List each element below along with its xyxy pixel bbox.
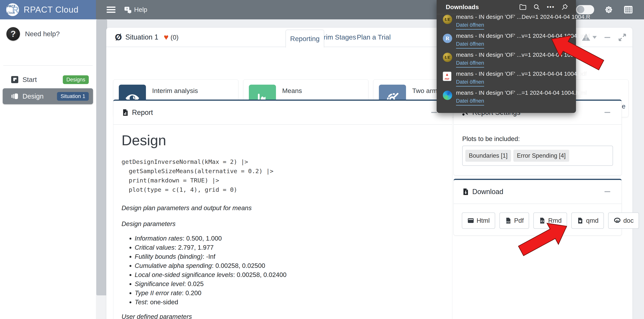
download-panel-title: Download [472,188,503,196]
need-help-label: Need help? [25,30,60,38]
tab-label: Reporting [290,35,320,43]
r-file-icon: R [443,34,452,43]
edge-browser-icon [443,91,452,100]
sidebar-item-design[interactable]: Design Situation 1 [3,88,93,104]
plots-chip-input[interactable]: Boundaries [1] Error Spending [4] [462,146,613,166]
help-button[interactable]: ? Help [124,6,147,13]
code-line: getSampleSizeMeans(alternative = 0.2) |> [122,166,444,176]
parameter-item: Cumulative alpha spending: 0.00258, 0.02… [135,263,444,269]
help-bubbles-icon: ? [124,6,132,13]
sidebar-divider [3,65,93,66]
html-window-icon [467,217,474,224]
sidebar-item-start[interactable]: Start Designs [3,72,93,87]
hamburger-menu-icon[interactable] [106,5,116,14]
chip-boundaries[interactable]: Boundaries [1] [465,150,511,162]
brand-title: RPACT Cloud [24,5,78,14]
download-html-button[interactable]: Html [462,213,495,229]
code-line: print(markdown = TRUE) |> [122,176,444,185]
sidebar: ? Need help? Start Designs Design Situat… [0,19,96,319]
sidebar-item-label: Design [22,92,44,100]
open-file-link[interactable]: Datei öffnen [456,79,484,87]
scrollbar-thumb[interactable] [96,19,107,295]
parameter-item: Information rates: 0.500, 1.000 [135,235,444,242]
collapse-settings-button[interactable] [604,112,610,113]
situation-title: Ø Situation 1 ♥ (0) [115,32,178,42]
ultraedit-icon: UE [443,53,452,62]
parameter-item: Local one-sided significance levels: 0.0… [135,272,444,278]
favorite-count: (0) [170,33,179,41]
open-file-link[interactable]: Datei öffnen [456,60,484,68]
favorite-heart-icon[interactable]: ♥ [164,32,168,42]
open-file-link[interactable]: Datei öffnen [456,22,484,30]
svg-text:?: ? [126,7,128,10]
parameter-item: Futility bounds (binding): -Inf [135,254,444,260]
open-file-link[interactable]: Datei öffnen [456,98,484,106]
design-columns-icon [11,92,18,100]
design-parameters-list: Information rates: 0.500, 1.000 Critical… [127,235,444,305]
card-title: Means [282,87,302,94]
sidebar-item-label: Start [22,76,37,83]
parameter-item: Critical values: 2.797, 1.977 [135,244,444,251]
report-footer: User defined parameters [122,313,444,319]
code-line: getDesignInverseNormal(kMax = 2) |> [122,157,444,166]
report-subtitle: Design parameters [122,220,444,228]
tab-reporting[interactable]: Reporting [286,30,324,47]
collapse-report-button[interactable] [431,112,437,113]
ultraedit-icon: UE [443,15,452,24]
annotation-arrow-qmd-button [508,168,625,284]
rpact-logo-icon: R PACT Cloud [6,3,19,16]
report-panel-title: Report [132,108,153,117]
apps-grid-icon[interactable] [623,5,633,15]
code-block: getDesignInverseNormal(kMax = 2) |> getS… [122,157,444,194]
designs-badge: Designs [63,75,89,84]
start-flag-icon [11,76,18,83]
card-title: Interim analysis [152,87,198,94]
help-label: Help [134,6,147,13]
report-panel: Report Design getDesignInverseNormal(kMa… [113,100,452,319]
download-file-icon [462,188,470,196]
chip-error-spending[interactable]: Error Spending [4] [514,150,569,162]
report-file-icon [122,109,129,116]
downloads-title: Downloads [446,3,479,11]
empty-set-icon: Ø [115,32,122,42]
parameter-item: Test: one-sided [135,299,444,305]
parameter-item: Significance level: 0.025 [135,281,444,287]
pdf-file-icon: ▲ PDF [443,72,451,81]
need-help-button[interactable]: ? Need help? [6,27,96,41]
open-file-link[interactable]: Datei öffnen [456,41,484,49]
annotation-arrow-qmd-download [494,0,610,97]
report-body: Design getDesignInverseNormal(kMax = 2) … [122,128,444,319]
expand-card-icon[interactable] [618,33,626,42]
parameter-item: Type II error rate: 0.200 [135,290,444,296]
plots-included-label: Plots to be included: [462,135,520,143]
code-line: plot(type = c(1, 4), grid = 0) [122,185,444,194]
question-mark-icon: ? [6,27,20,41]
tab-plan-a-trial[interactable]: Plan a Trial [357,33,391,41]
situation-badge: Situation 1 [57,92,89,101]
report-heading: Design [122,132,444,149]
report-panel-header: Report [113,101,452,125]
situation-label: Situation 1 [126,33,158,41]
sidebar-header: R PACT Cloud RPACT Cloud [0,0,96,19]
report-subtitle: Design plan parameters and output for me… [122,204,444,212]
